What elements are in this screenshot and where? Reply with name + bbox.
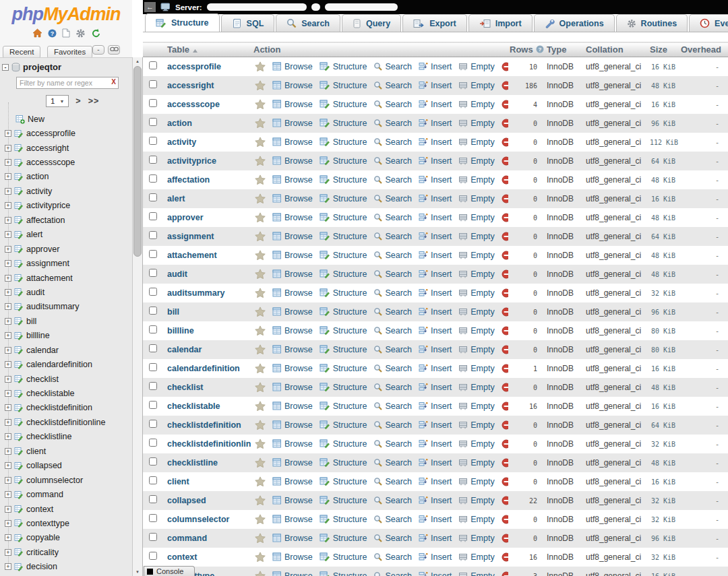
browse-link[interactable]: Browse [272,100,313,109]
table-name-link[interactable]: accessright [167,81,214,90]
table-name-link[interactable]: columnselector [167,515,229,524]
expand-icon[interactable]: + [5,433,11,440]
insert-link[interactable]: Insert [419,213,452,222]
drop-link[interactable]: Drop [502,119,508,128]
favorite-star-icon[interactable] [255,137,266,147]
row-checkbox[interactable] [149,552,157,560]
expand-icon[interactable]: + [5,289,11,296]
table-name-link[interactable]: attachement [167,251,217,260]
favorite-star-icon[interactable] [255,439,266,449]
empty-link[interactable]: Empty [458,119,494,128]
table-name-link[interactable]: calendar [167,345,202,354]
col-header-rows[interactable]: Rows? [508,42,544,57]
row-checkbox[interactable] [149,250,157,258]
doc-icon[interactable] [62,28,70,40]
empty-link[interactable]: Empty [458,534,494,543]
table-name-link[interactable]: billline [167,326,194,335]
table-name-link[interactable]: affectation [167,175,210,185]
col-header-collation[interactable]: Collation [583,42,647,57]
empty-link[interactable]: Empty [458,458,494,468]
sidebar-item-attachement[interactable]: + attachement [0,271,132,285]
row-checkbox[interactable] [149,156,157,164]
sidebar-item-accessprofile[interactable]: + accessprofile [0,126,132,140]
drop-link[interactable]: Drop [502,62,508,71]
tab-events[interactable]: Events [689,14,728,32]
row-checkbox[interactable] [149,363,157,371]
expand-icon[interactable]: + [5,332,11,339]
browse-link[interactable]: Browse [272,345,313,354]
empty-link[interactable]: Empty [458,571,494,576]
expand-icon[interactable]: + [5,173,11,180]
sidebar-item-audit[interactable]: + audit [0,285,132,299]
insert-link[interactable]: Insert [419,439,452,449]
browse-link[interactable]: Browse [272,175,313,185]
browse-link[interactable]: Browse [272,137,313,147]
table-name-link[interactable]: action [167,119,192,128]
browse-link[interactable]: Browse [272,326,313,335]
search-link[interactable]: Search [373,439,412,449]
expand-icon[interactable]: + [5,534,11,541]
sidebar-item-affectation[interactable]: + affectation [0,213,132,227]
row-checkbox[interactable] [149,99,157,107]
search-link[interactable]: Search [373,402,412,411]
tree-filter-input[interactable] [16,77,119,89]
structure-link[interactable]: Structure [320,193,367,203]
expand-icon[interactable]: + [5,361,11,368]
browse-link[interactable]: Browse [272,119,313,128]
page-last-link[interactable]: >> [88,96,100,106]
empty-link[interactable]: Empty [458,213,494,222]
refresh-icon[interactable] [91,28,100,40]
search-link[interactable]: Search [373,251,412,260]
empty-link[interactable]: Empty [458,307,494,317]
structure-link[interactable]: Structure [320,307,367,317]
row-checkbox[interactable] [149,514,157,522]
table-name-link[interactable]: audit [167,269,187,279]
empty-link[interactable]: Empty [458,232,494,241]
drop-link[interactable]: Drop [502,269,508,279]
link-panel-button[interactable] [108,45,120,55]
tab-import[interactable]: Import [468,14,533,32]
browse-link[interactable]: Browse [272,439,313,449]
insert-link[interactable]: Insert [419,288,452,298]
structure-link[interactable]: Structure [320,99,367,109]
search-link[interactable]: Search [373,269,412,279]
filter-clear-icon[interactable]: X [111,78,116,86]
empty-link[interactable]: Empty [458,137,494,147]
insert-link[interactable]: Insert [419,383,452,392]
search-link[interactable]: Search [373,477,412,486]
sidebar-item-calendardefinition[interactable]: + calendardefinition [0,357,132,371]
sidebar-item-columnselector[interactable]: + columnselector [0,473,132,487]
browse-link[interactable]: Browse [272,288,313,298]
row-checkbox[interactable] [149,61,157,69]
insert-link[interactable]: Insert [419,194,452,203]
favorite-star-icon[interactable] [255,99,266,109]
tab-structure[interactable]: Structure [145,13,220,32]
sidebar-item-client[interactable]: + client [0,444,132,458]
structure-link[interactable]: Structure [320,439,367,449]
table-name-link[interactable]: calendardefinition [167,364,240,373]
row-checkbox[interactable] [149,307,157,315]
expand-icon[interactable]: + [5,202,11,209]
empty-link[interactable]: Empty [458,420,494,430]
row-checkbox[interactable] [149,288,157,296]
drop-link[interactable]: Drop [502,194,508,203]
drop-link[interactable]: Drop [502,496,508,505]
empty-link[interactable]: Empty [458,326,494,335]
browse-link[interactable]: Browse [272,232,313,241]
sidebar-item-command[interactable]: + command [0,487,132,501]
insert-link[interactable]: Insert [419,326,452,335]
empty-link[interactable]: Empty [458,100,494,109]
insert-link[interactable]: Insert [419,156,452,166]
empty-link[interactable]: Empty [458,81,494,90]
database-node-projeqtor[interactable]: - projeqtor [0,58,132,72]
favorite-star-icon[interactable] [255,325,266,335]
browse-link[interactable]: Browse [272,364,313,373]
insert-link[interactable]: Insert [419,81,452,90]
collapse-all-button[interactable]: - [92,45,104,55]
table-name-link[interactable]: client [167,477,189,486]
sidebar-item-calendar[interactable]: + calendar [0,343,132,357]
expand-icon[interactable]: + [5,318,11,325]
search-link[interactable]: Search [373,288,412,298]
search-link[interactable]: Search [373,100,412,109]
table-name-link[interactable]: alert [167,194,185,203]
